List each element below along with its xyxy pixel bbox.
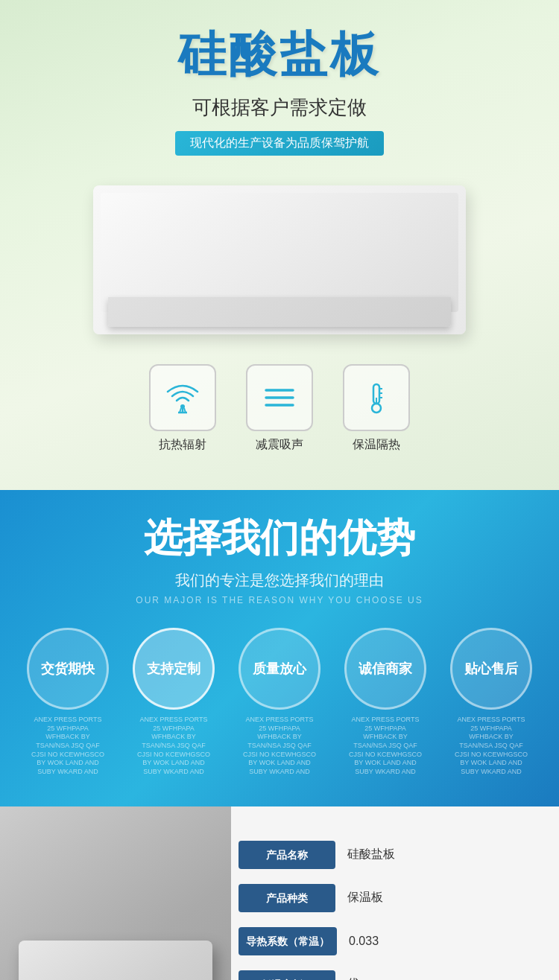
adv-circle-desc-4: ANEX PRESS PORTS 25 WFHPAPA WFHBACK BY T… [450,716,532,777]
advantages-subtitle: 我们的专注是您选择我们的理由 [15,570,544,591]
feature-insulation: 保温隔热 [343,364,410,453]
hero-section: 硅酸盐板 可根据客户需求定做 现代化的生产设备为品质保驾护航 [0,0,559,490]
insulation-icon-box [343,364,410,431]
adv-circle-label-0: 交货期快 [41,660,95,678]
adv-circle-item-0: 交货期快ANEX PRESS PORTS 25 WFHPAPA WFHBACK … [15,628,121,777]
adv-circle-item-1: 支持定制ANEX PRESS PORTS 25 WFHPAPA WFHBACK … [121,628,227,777]
hero-subtitle: 可根据客户需求定做 [15,95,544,121]
hero-badge: 现代化的生产设备为品质保驾护航 [175,131,384,156]
adv-circle-label-3: 诚信商家 [359,660,412,678]
thermometer-icon [359,380,394,416]
spec-row-0: 产品名称硅酸盐板 [239,836,552,874]
advantages-section: 选择我们的优势 我们的专注是您选择我们的理由 OUR MAJOR IS THE … [0,490,559,806]
adv-circle-label-2: 质量放心 [253,660,306,678]
specs-image-block [19,941,212,980]
adv-circle-label-1: 支持定制 [147,660,200,678]
adv-circle-desc-2: ANEX PRESS PORTS 25 WFHPAPA WFHBACK BY T… [239,716,320,777]
feature-vibration: 减震吸声 [246,364,313,453]
features-row: 抗热辐射 减震吸声 [15,349,544,475]
product-image-hero [93,185,466,334]
adv-circle-3: 诚信商家 [344,628,426,710]
signal-icon [165,380,200,416]
advantages-circles: 交货期快ANEX PRESS PORTS 25 WFHPAPA WFHBACK … [15,628,544,777]
spec-row-2: 导热系数（常温）0.033 [239,922,552,961]
adv-circle-item-3: 诚信商家ANEX PRESS PORTS 25 WFHPAPA WFHBACK … [332,628,438,777]
spec-key-3: 低温弯折＜ [239,970,335,980]
lines-icon [262,380,297,416]
adv-circle-desc-1: ANEX PRESS PORTS 25 WFHPAPA WFHBACK BY T… [133,716,215,777]
advantages-subtitle-en: OUR MAJOR IS THE REASON WHY YOU CHOOSE U… [15,595,544,605]
heat-radiation-icon-box [149,364,216,431]
adv-circle-item-4: 贴心售后ANEX PRESS PORTS 25 WFHPAPA WFHBACK … [438,628,544,777]
adv-circle-desc-0: ANEX PRESS PORTS 25 WFHPAPA WFHBACK BY T… [27,716,109,777]
spec-row-3: 低温弯折＜优 [239,965,552,980]
adv-circle-desc-3: ANEX PRESS PORTS 25 WFHPAPA WFHBACK BY T… [344,716,426,777]
adv-circle-0: 交货期快 [27,628,109,710]
adv-circle-1: 支持定制 [133,628,215,710]
feature-vibration-label: 减震吸声 [256,437,303,453]
specs-product-image [0,806,231,980]
specs-table: 产品名称硅酸盐板产品种类保温板导热系数（常温）0.033低温弯折＜优断裂伸长率按… [231,806,559,980]
svg-point-9 [372,404,381,413]
adv-circle-4: 贴心售后 [450,628,532,710]
feature-insulation-label: 保温隔热 [353,437,400,453]
adv-circle-2: 质量放心 [239,628,320,710]
spec-val-3: 优 [341,976,359,980]
spec-key-1: 产品种类 [239,884,335,912]
adv-circle-item-2: 质量放心ANEX PRESS PORTS 25 WFHPAPA WFHBACK … [227,628,332,777]
spec-row-1: 产品种类保温板 [239,879,552,917]
spec-val-0: 硅酸盐板 [341,847,395,862]
advantages-title: 选择我们的优势 [15,512,544,564]
spec-key-0: 产品名称 [239,841,335,869]
feature-heat-radiation: 抗热辐射 [149,364,216,453]
adv-circle-label-4: 贴心售后 [464,660,518,678]
vibration-icon-box [246,364,313,431]
feature-heat-radiation-label: 抗热辐射 [159,437,206,453]
specs-section: 产品名称硅酸盐板产品种类保温板导热系数（常温）0.033低温弯折＜优断裂伸长率按… [0,806,559,980]
spec-val-1: 保温板 [341,890,383,906]
spec-key-2: 导热系数（常温） [239,927,337,955]
hero-title: 硅酸盐板 [15,22,544,87]
spec-val-2: 0.033 [343,935,379,948]
